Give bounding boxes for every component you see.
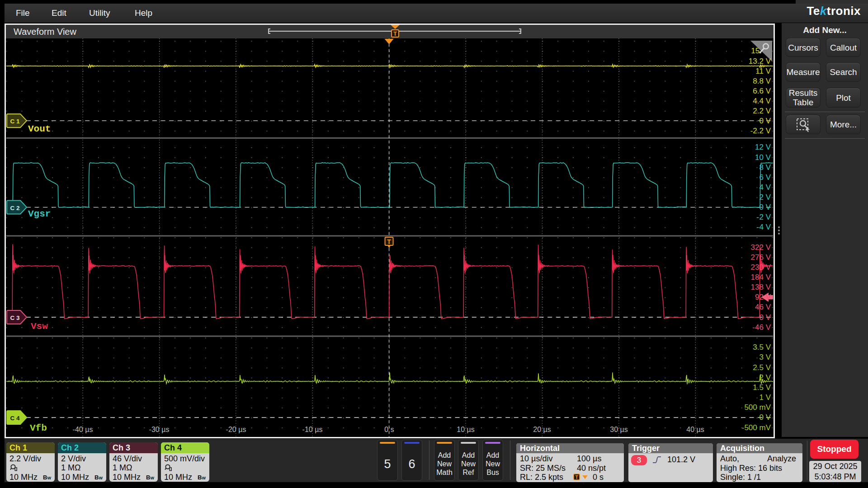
svg-text:T: T <box>393 30 397 37</box>
svg-text:C 1: C 1 <box>10 118 20 125</box>
svg-text:C 4: C 4 <box>10 415 20 422</box>
svg-text:C 3: C 3 <box>10 314 20 321</box>
svg-text:T: T <box>575 474 578 480</box>
svg-text:T: T <box>387 238 391 245</box>
svg-text:C 2: C 2 <box>10 205 19 211</box>
